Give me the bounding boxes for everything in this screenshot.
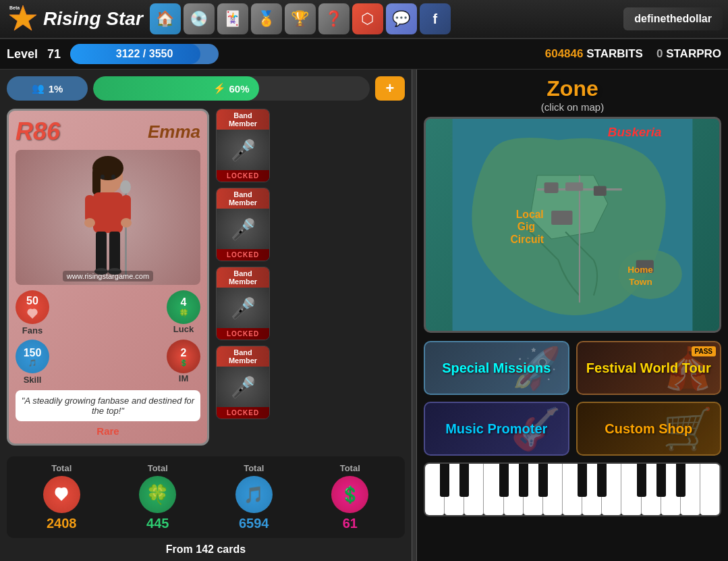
cards-count: From 142 cards (7, 543, 405, 556)
xp-text: 3122 / 3550 (116, 48, 173, 60)
card-id: R86 (16, 117, 60, 146)
band-member-3-icon: 🎤 (217, 288, 269, 328)
svg-point-14 (84, 218, 95, 228)
band-member-3-header: Band Member (217, 267, 269, 288)
facebook-nav-btn[interactable]: f (420, 3, 451, 34)
drunk-bar-text: ⚡ 60% (93, 82, 370, 95)
im-circle: 2 💲 (167, 340, 200, 373)
discord-nav-btn[interactable]: 💬 (386, 3, 417, 34)
total-im-value: 61 (343, 516, 358, 531)
im-label: IM (179, 373, 188, 383)
band-member-1[interactable]: Band Member 🎤 LOCKED (216, 109, 270, 182)
medal-nav-btn[interactable]: 🏅 (251, 3, 282, 34)
drunk-bar-container: ⚡ 60% (93, 76, 370, 101)
piano-key-15[interactable] (700, 464, 720, 515)
totals-row: Total 2408 Total 🍀 445 Total 🎵 6594 Tota… (7, 456, 405, 538)
music-promoter-label: Music Promoter (440, 421, 553, 437)
svg-rect-25 (551, 211, 572, 225)
luck-label: Luck (173, 324, 194, 334)
total-skill-value: 6594 (239, 516, 269, 531)
band-member-2-icon: 🎤 (217, 209, 269, 249)
total-fans-label: Total (51, 463, 72, 473)
band-member-1-locked: LOCKED (217, 170, 269, 182)
piano-key-black-1[interactable] (440, 464, 449, 497)
special-missions-button[interactable]: 🚀 Special Missions (424, 341, 569, 395)
luck-stat: 4 🍀 Luck (167, 290, 200, 334)
total-im-icon: 💲 (331, 476, 368, 513)
custom-shop-label: Custom Shop (599, 421, 698, 437)
help-nav-btn[interactable]: ❓ (318, 3, 349, 34)
band-member-1-header: Band Member (217, 109, 269, 130)
svg-text:Town: Town (629, 277, 652, 287)
add-energy-button[interactable]: + (375, 76, 405, 101)
skill-circle: 150 🎵 (16, 340, 49, 373)
piano-key-black-6[interactable] (578, 464, 587, 497)
svg-point-17 (111, 175, 115, 180)
festival-world-tour-button[interactable]: 🎪 PASS Festival World Tour (576, 341, 722, 395)
record-nav-btn[interactable]: 💿 (184, 3, 215, 34)
hive-nav-btn[interactable]: ⬡ (352, 3, 383, 34)
drunk-percent: 60% (229, 83, 249, 95)
music-promoter-button[interactable]: 🎸 Music Promoter (424, 402, 569, 456)
zone-subtitle: (click on map) (424, 101, 721, 113)
total-fans-icon (43, 476, 80, 513)
piano-key-black-10[interactable] (676, 464, 685, 497)
logo-area: Beta Rising Star (0, 3, 150, 35)
svg-point-16 (101, 175, 105, 180)
luck-circle: 4 🍀 (167, 290, 200, 324)
luck-value: 4 (181, 296, 187, 309)
energy-icon: 👥 (32, 82, 45, 95)
im-badge: 2 💲 IM (167, 340, 200, 383)
total-fans: Total 2408 (43, 463, 80, 531)
total-fans-value: 2408 (47, 516, 77, 531)
username-display: definethedollar (623, 7, 723, 30)
level-bar: Level 71 3122 / 3550 604846 STARBITS 0 S… (0, 39, 728, 70)
website-text: www.risingstargame.com (63, 271, 153, 282)
level-value: 71 (47, 47, 61, 61)
svg-text:Home: Home (627, 265, 653, 275)
total-luck-value: 445 (146, 516, 169, 531)
trophy-nav-btn[interactable]: 🏆 (285, 3, 316, 34)
cards-nav-btn[interactable]: 🃏 (217, 3, 248, 34)
im-stat: 2 💲 IM (167, 340, 200, 385)
band-member-2-locked: LOCKED (217, 249, 269, 261)
piano-key-black-3[interactable] (499, 464, 509, 497)
band-member-2[interactable]: Band Member 🎤 LOCKED (216, 188, 270, 261)
fans-value: 50 (26, 295, 38, 307)
piano-key-black-7[interactable] (597, 464, 607, 497)
cards-from-text: From (166, 543, 193, 555)
main-layout: 👥 1% ⚡ 60% + R86 Emma (0, 70, 728, 561)
bars-row: 👥 1% ⚡ 60% + (7, 76, 405, 101)
currency-area: 604846 STARBITS 0 STARPRO (545, 47, 721, 61)
total-skill-icon: 🎵 (235, 476, 273, 513)
svg-text:Beta: Beta (9, 5, 20, 10)
fans-label: Fans (22, 325, 43, 336)
svg-rect-24 (594, 186, 607, 196)
svg-rect-23 (565, 182, 583, 191)
band-member-4[interactable]: Band Member 🎤 LOCKED (216, 346, 270, 419)
left-panel: 👥 1% ⚡ 60% + R86 Emma (0, 70, 412, 561)
pass-badge: PASS (692, 346, 717, 356)
energy-percent: 1% (49, 83, 63, 95)
xp-bar: 3122 / 3550 (70, 44, 219, 64)
festival-world-tour-label: Festival World Tour (581, 360, 717, 376)
level-label: Level (7, 47, 38, 61)
band-member-3[interactable]: Band Member 🎤 LOCKED (216, 267, 270, 340)
custom-shop-button[interactable]: 🛒 Custom Shop (576, 402, 722, 456)
band-member-2-header: Band Member (217, 188, 269, 209)
piano-key-black-9[interactable] (656, 464, 666, 497)
card-quote: "A steadily growing fanbase and destined… (16, 390, 200, 421)
home-nav-btn[interactable]: 🏠 (150, 3, 181, 34)
piano-key-black-2[interactable] (459, 464, 469, 497)
piano-key-black-4[interactable] (519, 464, 528, 497)
card-name: Emma (148, 122, 200, 142)
band-member-4-header: Band Member (217, 346, 269, 367)
total-skill: Total 🎵 6594 (235, 463, 273, 531)
starbits-value: 604846 STARBITS (545, 47, 643, 61)
piano-area (424, 462, 721, 516)
map-container[interactable]: Buskeria Local Gig Circuit Home Town (424, 117, 721, 333)
piano-key-black-5[interactable] (538, 464, 548, 497)
im-value: 2 (181, 347, 187, 359)
piano-key-black-8[interactable] (637, 464, 646, 497)
zone-title: Zone (424, 76, 721, 101)
